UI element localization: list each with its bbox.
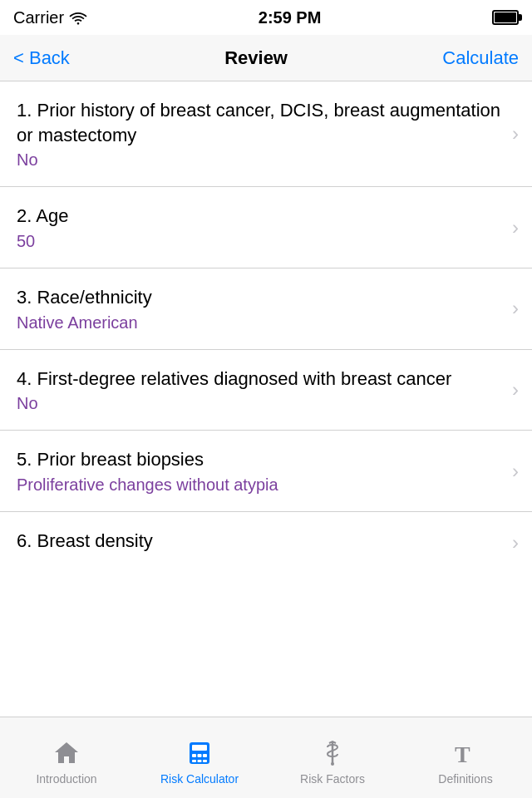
- status-bar: Carrier 2:59 PM: [0, 0, 532, 35]
- list-item-value: Proliferative changes without atypia: [17, 475, 502, 495]
- list-item-title: 4. First-degree relatives diagnosed with…: [17, 367, 502, 392]
- list-item[interactable]: 6. Breast density ›: [0, 512, 532, 565]
- chevron-right-icon: ›: [512, 460, 519, 483]
- list-item-title: 3. Race/ethnicity: [17, 285, 502, 310]
- list-item[interactable]: 2. Age 50 ›: [0, 187, 532, 268]
- list-item-content: 2. Age 50: [17, 204, 512, 251]
- navigation-bar: < Back Review Calculate: [0, 35, 532, 81]
- list-item-content: 6. Breast density: [17, 529, 512, 557]
- nav-title: Review: [224, 47, 288, 69]
- svg-rect-3: [198, 754, 202, 757]
- svg-point-9: [331, 762, 334, 766]
- svg-rect-5: [192, 760, 196, 762]
- list-item-content: 3. Race/ethnicity Native American: [17, 285, 512, 332]
- status-time: 2:59 PM: [259, 8, 322, 27]
- list-item-content: 4. First-degree relatives diagnosed with…: [17, 367, 512, 414]
- svg-text:T: T: [455, 741, 470, 767]
- calculator-icon: [184, 737, 215, 769]
- list-item-title: 2. Age: [17, 204, 502, 229]
- wifi-icon: [69, 12, 87, 25]
- svg-rect-4: [203, 754, 207, 757]
- list-item-title: 1. Prior history of breast cancer, DCIS,…: [17, 98, 502, 147]
- tab-risk-factors-label: Risk Factors: [300, 772, 365, 786]
- list-item[interactable]: 5. Prior breast biopsies Proliferative c…: [0, 431, 532, 512]
- svg-rect-6: [198, 760, 202, 762]
- tab-definitions[interactable]: T Definitions: [399, 717, 532, 798]
- svg-rect-2: [192, 754, 196, 757]
- type-icon: T: [450, 737, 481, 769]
- list-item-value: No: [17, 150, 502, 170]
- battery-indicator: [492, 10, 519, 25]
- tab-risk-calculator[interactable]: Risk Calculator: [133, 717, 266, 798]
- battery-icon: [492, 10, 519, 25]
- carrier-label: Carrier: [13, 8, 87, 27]
- list-item-content: 5. Prior breast biopsies Proliferative c…: [17, 447, 512, 495]
- home-icon: [51, 737, 82, 769]
- list-item-title: 5. Prior breast biopsies: [17, 447, 502, 472]
- calculate-button[interactable]: Calculate: [442, 47, 519, 69]
- list-item-value: 50: [17, 232, 502, 251]
- tab-definitions-label: Definitions: [438, 772, 492, 786]
- back-button[interactable]: < Back: [13, 47, 70, 69]
- chevron-right-icon: ›: [512, 122, 519, 145]
- tab-bar: Introduction Risk Calculator: [0, 717, 532, 798]
- list-item[interactable]: 4. First-degree relatives diagnosed with…: [0, 350, 532, 431]
- tab-risk-factors[interactable]: Risk Factors: [266, 717, 399, 798]
- list-item[interactable]: 3. Race/ethnicity Native American ›: [0, 268, 532, 350]
- medical-icon: [317, 737, 348, 769]
- chevron-right-icon: ›: [512, 297, 519, 320]
- svg-rect-7: [203, 760, 207, 762]
- tab-introduction-label: Introduction: [36, 772, 96, 786]
- list-item-value: No: [17, 394, 502, 413]
- chevron-right-icon: ›: [512, 216, 519, 239]
- list-item[interactable]: 1. Prior history of breast cancer, DCIS,…: [0, 81, 532, 187]
- tab-introduction[interactable]: Introduction: [0, 717, 133, 798]
- tab-risk-calculator-label: Risk Calculator: [160, 772, 239, 786]
- review-list: 1. Prior history of breast cancer, DCIS,…: [0, 81, 532, 717]
- chevron-right-icon: ›: [512, 378, 519, 401]
- svg-rect-1: [192, 745, 207, 751]
- list-item-title: 6. Breast density: [17, 529, 502, 554]
- list-item-content: 1. Prior history of breast cancer, DCIS,…: [17, 98, 512, 170]
- list-item-value: Native American: [17, 313, 502, 332]
- chevron-right-icon: ›: [512, 531, 519, 554]
